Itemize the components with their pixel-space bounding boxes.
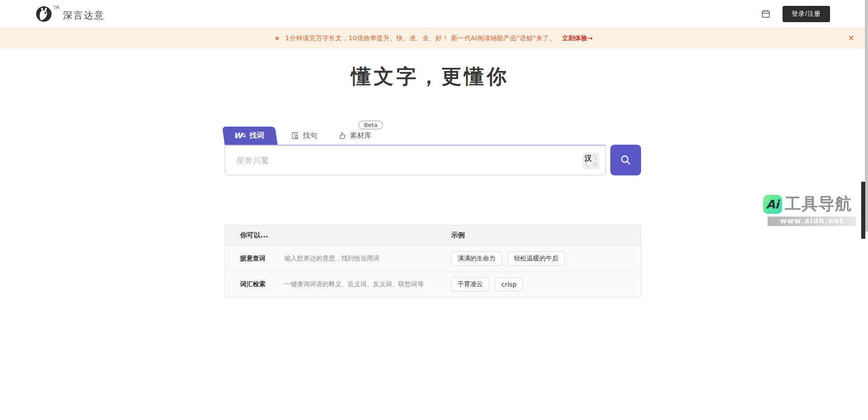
table-row: 词汇检索 一键查询词语的释义、近义词、反义词、联想词等 干霄凌云 crisp: [225, 271, 641, 297]
header: TM 深言达意 登录/注册: [0, 0, 868, 28]
scrollbar-thumb[interactable]: [865, 0, 868, 232]
example-button[interactable]: 干霄凌云: [451, 277, 489, 292]
calendar-icon[interactable]: [761, 9, 771, 19]
tab-material-library[interactable]: 素材库: [331, 127, 379, 145]
tab-find-sentence[interactable]: 找句: [284, 127, 325, 145]
watermark-url: www.aidh.net: [768, 217, 856, 226]
tab-find-word[interactable]: W 找词: [225, 127, 278, 145]
brand-logo-icon: [35, 5, 52, 23]
search-icon: [619, 154, 632, 166]
lang-primary-label: 汉: [585, 154, 592, 163]
page: TM 深言达意 登录/注册 1分钟读完万字长文，10倍效率提升。快、准、全、好！…: [0, 0, 868, 420]
examples-table: 你可以... 示例 据意查词 输入想表达的意思，找到恰当用词 满满的生命力 轻松…: [225, 225, 641, 297]
word-search-icon: W: [234, 131, 246, 140]
feature-description: 输入想表达的意思，找到恰当用词: [284, 255, 379, 263]
brand-name: 深言达意: [63, 9, 104, 22]
feature-name: 词汇检索: [240, 280, 284, 288]
watermark-top: Ai 工具导航: [763, 193, 858, 215]
brand[interactable]: TM 深言达意: [35, 5, 104, 23]
banner-cta-link[interactable]: 立刻体验→: [562, 34, 593, 42]
example-button[interactable]: 满满的生命力: [451, 251, 502, 266]
library-icon: [338, 132, 346, 140]
watermark-title: 工具导航: [785, 193, 852, 215]
sentence-search-icon: [291, 132, 299, 140]
tab-label: 找词: [250, 131, 264, 141]
tabs: W 找词 找句 素材库 Beta: [225, 121, 641, 145]
search-section: W 找词 找句 素材库 Beta: [225, 121, 641, 175]
table-header-row: 你可以... 示例: [225, 225, 641, 245]
feature-description: 一键查询词语的释义、近义词、反义词、联想词等: [284, 280, 424, 288]
tab-label: 找句: [303, 131, 317, 141]
watermark-ai-icon: Ai: [763, 195, 782, 214]
lang-secondary-label: 英: [593, 161, 598, 168]
table-header-capabilities: 你可以...: [240, 231, 268, 240]
banner-close-icon[interactable]: ✕: [848, 33, 854, 43]
table-row: 据意查词 输入想表达的意思，找到恰当用词 满满的生命力 轻松温暖的午后: [225, 245, 641, 271]
example-button[interactable]: crisp: [495, 278, 523, 291]
feature-name: 据意查词: [240, 255, 284, 263]
notification-banner: 1分钟读完万字长文，10倍效率提升。快、准、全、好！ 新一代AI阅读辅助产品"语…: [0, 28, 868, 48]
example-button[interactable]: 轻松温暖的午后: [508, 251, 565, 266]
table-header-examples: 示例: [451, 231, 465, 240]
language-toggle-button[interactable]: 汉 英: [582, 152, 599, 170]
watermark: Ai 工具导航 www.aidh.net: [763, 193, 858, 226]
search-button[interactable]: [610, 145, 641, 175]
search-row: 汉 英: [225, 145, 641, 175]
banner-dot-icon: [275, 37, 279, 40]
tab-label: 素材库: [350, 131, 372, 141]
search-input-wrap: 汉 英: [225, 145, 606, 175]
side-panel-handle[interactable]: [861, 182, 865, 239]
search-input[interactable]: [225, 146, 605, 175]
login-register-button[interactable]: 登录/注册: [783, 6, 830, 22]
page-title: 懂文字，更懂你: [0, 63, 860, 90]
banner-text: 1分钟读完万字长文，10倍效率提升。快、准、全、好！ 新一代AI阅读辅助产品"语…: [285, 34, 556, 42]
beta-badge: Beta: [359, 121, 383, 129]
brand-tm: TM: [53, 5, 59, 10]
header-right: 登录/注册: [761, 6, 830, 22]
